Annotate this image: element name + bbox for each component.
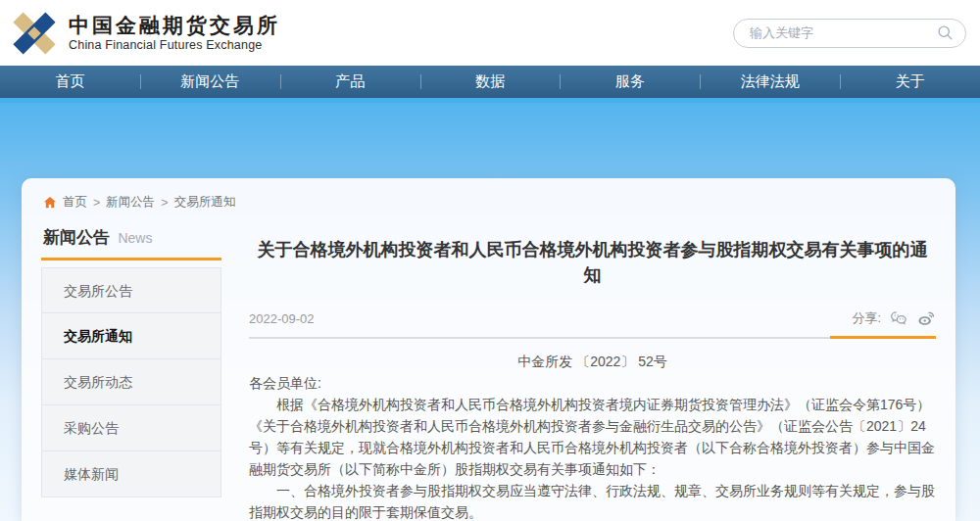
salutation: 各会员单位: (249, 372, 936, 394)
breadcrumb-home[interactable]: 首页 (63, 194, 87, 211)
breadcrumb: 首页 > 新闻公告 > 交易所通知 (43, 194, 936, 211)
paragraph: 根据《合格境外机构投资者和人民币合格境外机构投资者境内证券期货投资管理办法》（证… (249, 394, 936, 480)
search-input[interactable] (750, 25, 937, 40)
sidebar-menu: 交易所公告 交易所通知 交易所动态 采购公告 媒体新闻 (41, 267, 221, 497)
site-logo[interactable]: 中国金融期货交易所 China Financial Futures Exchan… (10, 9, 280, 58)
doc-number: 中金所发 〔2022〕 52号 (249, 351, 936, 372)
divider-orange-segment (830, 336, 936, 339)
sidebar-item-media-news[interactable]: 媒体新闻 (41, 451, 221, 497)
sidebar-header: 新闻公告 News (41, 224, 221, 260)
article: 关于合格境外机构投资者和人民币合格境外机构投资者参与股指期权交易有关事项的通知 … (221, 224, 936, 521)
nav-item-services[interactable]: 服务 (560, 66, 700, 98)
article-title: 关于合格境外机构投资者和人民币合格境外机构投资者参与股指期权交易有关事项的通知 (249, 237, 936, 288)
publish-date: 2022-09-02 (249, 311, 315, 326)
breadcrumb-separator: > (161, 196, 168, 210)
nav-item-products[interactable]: 产品 (280, 66, 420, 98)
nav-item-data[interactable]: 数据 (420, 66, 561, 98)
search-icon[interactable] (937, 24, 954, 41)
logo-title-zh: 中国金融期货交易所 (69, 14, 280, 37)
home-icon[interactable] (43, 196, 57, 210)
article-body: 中金所发 〔2022〕 52号 各会员单位: 根据《合格境外机构投资者和人民币合… (249, 351, 936, 521)
nav-item-laws[interactable]: 法律法规 (700, 66, 840, 98)
wechat-share-icon[interactable] (889, 308, 908, 328)
sidebar-item-exchange-notices[interactable]: 交易所通知 (41, 313, 221, 359)
hero-background: 首页 > 新闻公告 > 交易所通知 新闻公告 News 交易所公告 交易所通知 … (0, 103, 980, 521)
sidebar-subtitle: News (118, 230, 152, 246)
sidebar-title: 新闻公告 (43, 228, 110, 247)
share-label: 分享: (852, 309, 881, 327)
share-bar: 分享: (852, 308, 936, 328)
nav-item-home[interactable]: 首页 (0, 66, 140, 98)
page: 中国金融期货交易所 China Financial Futures Exchan… (0, 0, 980, 521)
nav-item-about[interactable]: 关于 (840, 66, 980, 98)
breadcrumb-current: 交易所通知 (174, 194, 236, 211)
site-header: 中国金融期货交易所 China Financial Futures Exchan… (0, 0, 980, 66)
cffex-pinwheel-logo-icon (10, 9, 59, 58)
main-nav: 首页 新闻公告 产品 数据 服务 法律法规 关于 (0, 66, 980, 98)
content-panel: 首页 > 新闻公告 > 交易所通知 新闻公告 News 交易所公告 交易所通知 … (22, 178, 956, 521)
logo-title-en: China Financial Futures Exchange (69, 38, 280, 52)
sidebar-item-exchange-updates[interactable]: 交易所动态 (41, 359, 221, 405)
weibo-share-icon[interactable] (916, 308, 936, 328)
sidebar: 新闻公告 News 交易所公告 交易所通知 交易所动态 采购公告 媒体新闻 (41, 224, 221, 521)
sidebar-item-exchange-announcements[interactable]: 交易所公告 (41, 267, 221, 313)
sidebar-item-procurement[interactable]: 采购公告 (41, 405, 221, 451)
nav-item-news[interactable]: 新闻公告 (140, 66, 280, 98)
breadcrumb-separator: > (93, 196, 100, 210)
breadcrumb-news[interactable]: 新闻公告 (106, 194, 155, 211)
article-meta: 2022-09-02 分享: (249, 308, 936, 328)
search-box[interactable] (733, 19, 966, 48)
paragraph: 一、合格境外投资者参与股指期权交易应当遵守法律、行政法规、规章、交易所业务规则等… (249, 480, 936, 521)
title-divider (249, 337, 936, 339)
